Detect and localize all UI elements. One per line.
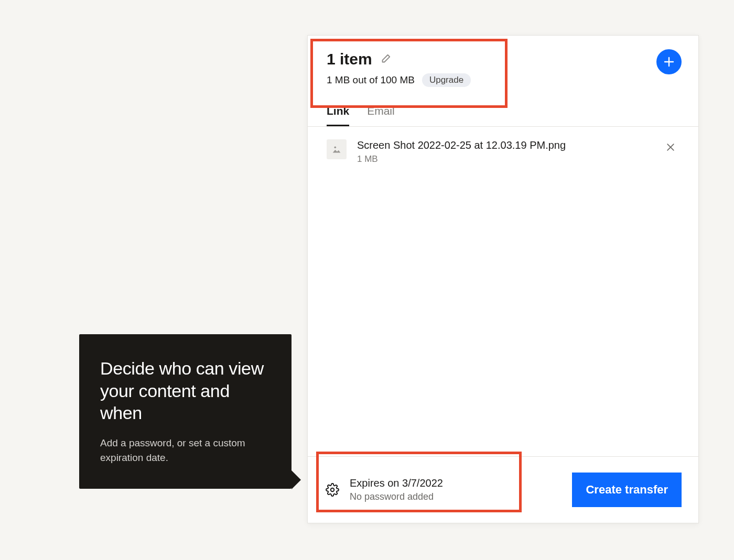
add-files-button[interactable]: [656, 49, 682, 74]
file-list: Screen Shot 2022-02-25 at 12.03.19 PM.pn…: [308, 127, 698, 456]
promo-heading: Decide who can view your content and whe…: [100, 357, 271, 424]
settings-gear-icon[interactable]: [326, 483, 339, 497]
file-size: 1 MB: [357, 154, 651, 164]
tab-link[interactable]: Link: [327, 105, 349, 126]
file-row: Screen Shot 2022-02-25 at 12.03.19 PM.pn…: [327, 138, 679, 164]
promo-body: Add a password, or set a custom expirati…: [100, 436, 271, 466]
edit-title-icon[interactable]: [380, 53, 391, 65]
expires-text: Expires on 3/7/2022: [350, 477, 443, 489]
modal-footer: Expires on 3/7/2022 No password added Cr…: [308, 456, 698, 523]
svg-point-5: [331, 488, 334, 492]
create-transfer-button[interactable]: Create transfer: [572, 473, 682, 507]
tabs: Link Email: [308, 95, 698, 127]
size-used-text: 1 MB out of 100 MB: [327, 74, 415, 86]
modal-header: 1 item 1 MB out of 100 MB Upgrade: [308, 36, 698, 95]
transfer-title: 1 item: [327, 50, 372, 68]
upgrade-button[interactable]: Upgrade: [422, 73, 471, 87]
promo-tooltip: Decide who can view your content and whe…: [79, 334, 292, 489]
password-status-text: No password added: [350, 491, 443, 502]
transfer-modal: 1 item 1 MB out of 100 MB Upgrade Link E…: [307, 35, 699, 523]
remove-file-button[interactable]: [662, 138, 679, 156]
tab-email[interactable]: Email: [367, 105, 395, 126]
file-name: Screen Shot 2022-02-25 at 12.03.19 PM.pn…: [357, 138, 651, 152]
tooltip-arrow-icon: [292, 470, 301, 489]
image-file-icon: [327, 139, 347, 159]
svg-point-2: [334, 147, 336, 149]
